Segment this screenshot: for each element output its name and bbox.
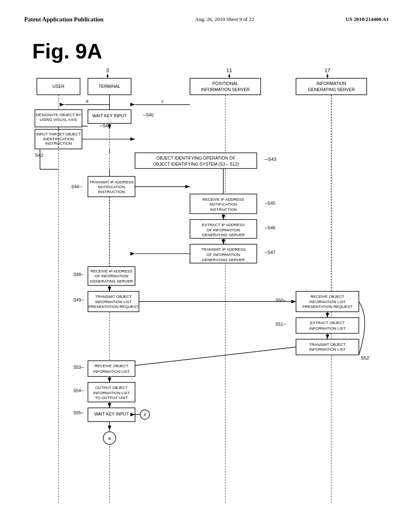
info-server-label2: GENERATING SERVER (308, 87, 355, 92)
text-s43-2: OBJECT IDENTIFYING SYSTEM (S3～S12) (153, 162, 239, 166)
label-s44: S44─ (71, 184, 82, 189)
box-s53 (88, 361, 135, 376)
text-s44-1: TRANSMIT IP ADDRESS (89, 180, 134, 184)
text-s45-2: NOTIFICATION (210, 202, 237, 206)
text-s50-1: RECEIVE OBJECT (311, 294, 344, 299)
header-left: Patent Application Publication (24, 16, 104, 23)
s52-bracket (359, 301, 365, 355)
text-s53-2: INFORMATION LIST (93, 369, 130, 374)
label-s53: S53─ (73, 365, 84, 370)
label-s48: S48─ (73, 272, 84, 277)
text-s51-1: EXTRACT OBJECT (310, 320, 345, 325)
lane-num-3: 3 (106, 68, 109, 73)
text-s51-2: INFORMATION LIST (309, 326, 346, 330)
user-label: USER (52, 84, 65, 89)
text-s46-3: GENERATING SERVER (202, 233, 245, 237)
text-s48-3: GENERATING SERVER (90, 279, 133, 283)
text-s49-1: TRANSMIT OBJECT (95, 294, 132, 299)
text-s55: WAIT KEY INPUT (94, 411, 129, 416)
text-s45-3: INSTRUCTION (210, 207, 237, 212)
text-designate1: DESIGNATE OBJECT BY (36, 112, 81, 117)
label-s45: ─S45 (264, 201, 275, 206)
text-s54-1: OUTPUT OBJECT (95, 385, 128, 390)
text-s54-3: TO OUTPUT UNIT (95, 395, 128, 400)
text-s48-2: OF INFORMATION (95, 274, 129, 278)
text-s53-1: RECEIVE OBJECT (95, 364, 129, 368)
terminal-label: TERMINAL (98, 84, 120, 89)
text-s44-3: INSTRUCTION (98, 189, 125, 194)
lane-num-11: 11 (226, 68, 232, 73)
text-designate2: USING VISUAL AXIS (40, 117, 77, 122)
header-center: Aug. 26, 2010 Sheet 9 of 22 (195, 16, 254, 23)
label-s55: S55─ (73, 411, 84, 416)
text-s40: WAIT KEY INPUT (92, 114, 127, 118)
label-c: c (161, 99, 164, 104)
text-s44-2: NOTIFICATION (98, 185, 125, 189)
label-s52: S52 (361, 355, 369, 360)
info-server-label1: INFORMATION (316, 81, 346, 86)
label-s46: ─S46 (264, 225, 275, 230)
label-s50: S50─ (275, 298, 286, 303)
page-header: Patent Application Publication Aug. 26, … (0, 0, 413, 31)
diagram-container: Fig. 9A 3 11 17 USER TERMINAL POSITIONAL (0, 31, 413, 520)
text-s43-1: OBJECT IDENTIFYING OPERATION OF (156, 156, 236, 160)
label-s40: ─S40 (142, 112, 154, 117)
connector-e-label: e (144, 412, 146, 417)
label-s54: S54─ (73, 388, 84, 393)
text-transmit-list-2: INFORMATION LIST (309, 347, 346, 351)
text-s50-2: INFORMATION LIST (309, 299, 346, 304)
pos-server-label2: INFORMATION SERVER (201, 87, 250, 92)
flow-diagram: 3 11 17 USER TERMINAL POSITIONAL INFORMA… (24, 67, 387, 511)
label-s43: ─S43 (264, 156, 276, 162)
text-s47-2: OF INFORMATION (206, 252, 240, 257)
arrow-transmit-left (135, 347, 296, 366)
text-s47-3: GENERATING SERVER (202, 258, 245, 262)
figure-title: Fig. 9A (32, 39, 389, 63)
text-s45-1: RECEIVE IP ADDRESS (202, 197, 244, 202)
lane-num-17: 17 (325, 68, 330, 73)
text-s46-2: OF INFORMATION (206, 228, 240, 232)
label-s42: S42 (35, 152, 44, 158)
text-transmit-list-1: TRANSMIT OBJECT (309, 342, 346, 347)
label-s51: S51─ (275, 322, 286, 326)
label-s41: ─S41 (99, 123, 111, 128)
box-s51 (296, 318, 359, 333)
label-s47: ─S47 (264, 250, 275, 255)
text-s50-3: PRESENTATION REQUEST (302, 304, 353, 309)
label-s49: S49─ (73, 297, 84, 302)
connector-a-label: a (108, 435, 111, 441)
text-s47-1: TRANSMIT IP ADDRESS (201, 247, 246, 251)
header-right: US 2010/214400 A1 (346, 16, 389, 23)
text-s49-2: INFORMATION LIST (95, 299, 132, 304)
text-s54-2: INFORMATION LIST (93, 391, 130, 395)
text-s49-3: PRESENTATION REQUEST (88, 304, 138, 309)
text-s48-1: RECEIVE IP ADDRESS (91, 269, 133, 273)
label-d: d (86, 99, 88, 104)
pos-server-label1: POSITIONAL (213, 81, 238, 86)
text-s46-1: EXTRACT IP ADDRESS (202, 222, 245, 227)
